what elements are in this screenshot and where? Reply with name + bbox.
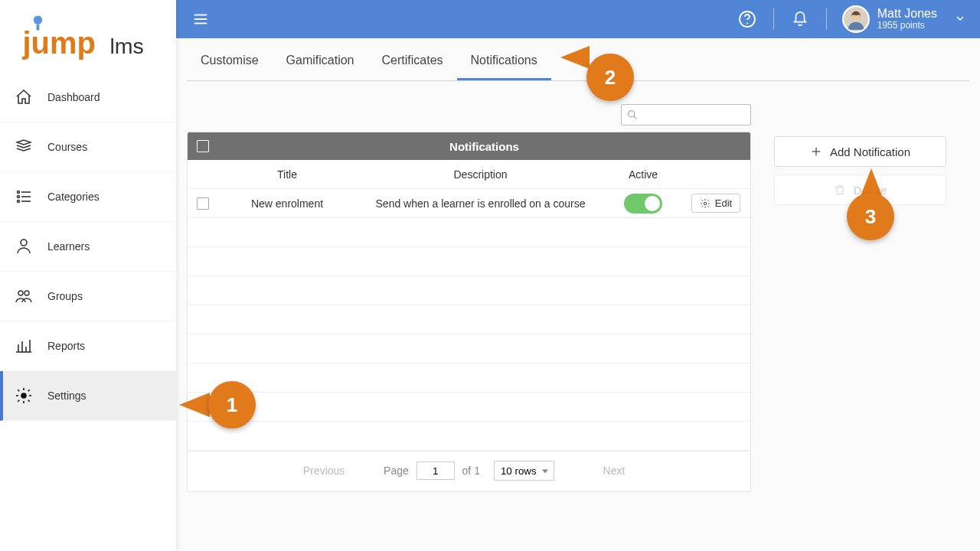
sidebar-item-learners[interactable]: Learners [0,222,176,272]
add-notification-button[interactable]: Add Notification [774,136,946,167]
pager-previous[interactable]: Previous [278,465,370,477]
edit-button[interactable]: Edit [691,194,740,213]
learner-icon [14,236,34,256]
row-checkbox[interactable] [197,197,209,210]
sidebar-item-label: Courses [47,141,87,153]
bell-icon[interactable] [789,11,811,28]
sidebar-item-label: Dashboard [47,91,100,103]
pager-page-total: of 1 [462,465,480,477]
table-row [188,247,750,276]
col-description: Description [356,168,605,181]
table-header: Notifications [188,132,750,160]
content: Customise Gamification Certificates Noti… [176,38,980,551]
avatar [842,5,870,33]
select-all-checkbox[interactable] [197,140,209,152]
table-row [188,364,750,393]
table-row [188,218,750,247]
table-row: New enrolment Send when a learner is enr… [188,189,750,218]
notifications-table-wrap: Notifications Title Description Active N… [187,104,751,492]
sidebar-item-label: Reports [47,340,85,352]
categories-icon [14,187,34,207]
svg-point-0 [34,15,42,24]
trash-icon [834,184,846,196]
settings-icon [14,386,34,406]
svg-point-23 [746,23,748,24]
sidebar-item-settings[interactable]: Settings [0,371,176,421]
tab-certificates[interactable]: Certificates [368,41,457,80]
svg-point-28 [704,202,707,205]
courses-icon [14,137,34,157]
table-row [188,334,750,364]
svg-point-4 [18,191,20,194]
reports-icon [14,336,34,356]
menu-toggle-icon[interactable] [190,11,211,28]
sidebar-item-label: Groups [47,290,83,302]
sidebar-item-categories[interactable]: Categories [0,172,176,222]
table-row [188,305,750,334]
sidebar-item-courses[interactable]: Courses [0,122,176,172]
svg-point-6 [18,196,20,198]
table-title: Notifications [218,140,750,153]
sidebar: jump lms Dashboard Courses Categories Le… [0,0,176,551]
svg-point-26 [629,111,635,117]
tab-gamification[interactable]: Gamification [273,41,368,80]
search-input[interactable] [621,104,751,126]
col-active: Active [605,168,681,181]
help-icon[interactable] [737,10,758,28]
sidebar-item-dashboard[interactable]: Dashboard [0,73,176,122]
sidebar-item-groups[interactable]: Groups [0,272,176,321]
pager: Previous Page of 1 10 rows Next [188,451,750,491]
pager-page-label: Page [384,465,409,477]
svg-text:jump: jump [22,25,96,59]
plus-icon [810,145,822,158]
home-icon [14,87,34,107]
svg-text:lms: lms [110,33,144,57]
search-icon [626,109,639,121]
chevron-down-icon [954,12,966,27]
groups-icon [14,286,34,306]
sidebar-item-reports[interactable]: Reports [0,321,176,371]
pager-rows-select[interactable]: 10 rows [494,461,554,481]
tab-customise[interactable]: Customise [187,41,273,80]
row-title: New enrolment [218,197,356,210]
active-toggle[interactable] [624,194,662,214]
table-row [188,276,750,305]
svg-line-27 [634,116,637,119]
brand-logo: jump lms [0,0,176,73]
pager-page-input[interactable] [416,461,455,480]
gear-icon [700,198,710,209]
user-name: Matt Jones [877,7,937,21]
table-row [188,422,750,451]
table-row [188,393,750,422]
svg-point-11 [18,291,23,295]
sidebar-item-label: Settings [47,390,87,402]
table-column-headers: Title Description Active [188,160,750,189]
col-title: Title [218,168,356,181]
svg-point-12 [24,291,29,295]
user-points: 1955 points [877,21,937,31]
pager-next[interactable]: Next [568,465,660,477]
notifications-table: Notifications Title Description Active N… [187,132,751,492]
sidebar-item-label: Learners [47,240,90,253]
tab-notifications[interactable]: Notifications [457,41,551,80]
svg-point-10 [21,240,27,246]
user-menu[interactable]: Matt Jones 1955 points [842,5,966,33]
sidebar-item-label: Categories [47,191,100,203]
row-description: Send when a learner is enrolled on a cou… [356,197,605,210]
svg-point-18 [21,393,26,398]
svg-point-8 [18,201,20,203]
topbar: Matt Jones 1955 points [176,0,980,38]
